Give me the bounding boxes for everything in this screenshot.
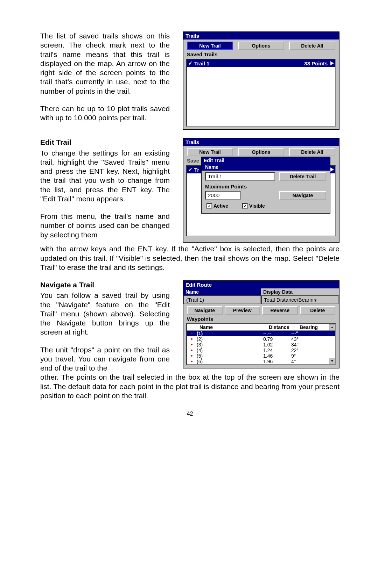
waypoint-row[interactable]: •(1)--.-----° bbox=[187, 331, 335, 336]
col-name: Name bbox=[198, 324, 267, 330]
route-preview-button[interactable]: Preview bbox=[225, 306, 260, 315]
trails-titlebar: Trails bbox=[183, 32, 339, 40]
waypoint-row[interactable]: •(5)1.469° bbox=[187, 353, 335, 359]
trails-screen: Trails New Trail Options Delete All Save… bbox=[183, 31, 340, 130]
active-arrow-icon-2 bbox=[330, 167, 334, 172]
h-edit-trail: Edit Trail bbox=[40, 138, 71, 146]
route-name-label: Name bbox=[183, 288, 261, 295]
para-4: From this menu, the trail's name and num… bbox=[40, 212, 170, 239]
para-1: The list of saved trails shows on this s… bbox=[40, 31, 170, 96]
waypoint-distance: 1.02 bbox=[263, 342, 291, 347]
delete-all-button[interactable]: Delete All bbox=[289, 42, 335, 50]
waypoint-name: (3) bbox=[197, 342, 263, 347]
waypoint-distance: 0.79 bbox=[263, 336, 291, 342]
route-reverse-button[interactable]: Reverse bbox=[262, 306, 298, 315]
navigate-button[interactable]: Navigate bbox=[279, 191, 326, 200]
edit-route-screen: Edit Route Name Display Data (Trail 1) T… bbox=[183, 280, 340, 368]
trail-row-prefix: Tr bbox=[194, 167, 199, 173]
waypoint-dot-icon: • bbox=[191, 336, 193, 342]
waypoint-distance: 1.46 bbox=[263, 353, 291, 359]
checkmark-icon-2: ✓ bbox=[188, 166, 193, 173]
waypoint-row[interactable]: •(6)1.964° bbox=[187, 359, 335, 364]
trail-name: Trail 1 bbox=[194, 60, 209, 66]
waypoint-bearing: 4° bbox=[291, 359, 312, 364]
waypoint-dot-icon: • bbox=[191, 353, 193, 359]
waypoint-distance: 1.24 bbox=[263, 347, 291, 353]
waypoint-bearing: ---° bbox=[291, 331, 312, 336]
trail-name-input[interactable]: Trail 1 bbox=[205, 172, 275, 181]
display-data-value[interactable]: Total Distance/Bearin▼ bbox=[261, 295, 339, 304]
para-3: To change the settings for an existing t… bbox=[40, 149, 170, 204]
scroll-down-icon[interactable]: ▾ bbox=[329, 358, 335, 364]
waypoint-name: (6) bbox=[197, 359, 263, 364]
saved-trails-list[interactable]: ✓ Trail 1 33 Points bbox=[186, 59, 336, 127]
waypoint-row[interactable]: •(3)1.0234° bbox=[187, 342, 335, 347]
page-number: 42 bbox=[40, 411, 340, 417]
waypoint-dot-icon: • bbox=[191, 347, 193, 353]
display-data-label: Display Data bbox=[261, 288, 339, 295]
checkbox-icon-2: ✓ bbox=[242, 203, 248, 209]
waypoint-row[interactable]: •(4)1.2422° bbox=[187, 347, 335, 353]
new-trail-button[interactable]: New Trail bbox=[187, 42, 233, 50]
options-button[interactable]: Options bbox=[238, 42, 284, 50]
edit-route-titlebar: Edit Route bbox=[183, 281, 339, 288]
active-checkbox[interactable]: ✓ Active bbox=[206, 203, 228, 209]
para-2: There can be up to 10 plot trails saved … bbox=[40, 104, 170, 123]
route-delete-button[interactable]: Delete bbox=[300, 306, 336, 315]
saved-trails-partial: Save bbox=[187, 158, 199, 164]
trails-titlebar-2: Trails bbox=[183, 138, 339, 146]
para-7: The unit "drops" a point on the trail as… bbox=[40, 345, 170, 373]
para-8: other. The points on the trail selected … bbox=[40, 373, 340, 400]
col-bear: Bearing bbox=[298, 324, 322, 330]
visible-label: Visible bbox=[249, 203, 265, 209]
waypoint-dot-icon: • bbox=[191, 342, 193, 347]
waypoint-name: (5) bbox=[197, 353, 263, 359]
delete-trail-button[interactable]: Delete Trail bbox=[279, 172, 326, 181]
active-label: Active bbox=[214, 203, 228, 209]
delete-all-button-2[interactable]: Delete All bbox=[289, 148, 335, 156]
checkbox-icon: ✓ bbox=[206, 203, 212, 209]
edit-trail-titlebar: Edit Trail bbox=[202, 157, 330, 164]
edit-trail-screen: Trails New Trail Options Delete All Save… bbox=[183, 138, 340, 243]
h-navigate-trail: Navigate a Trail bbox=[40, 281, 94, 289]
trail-row-selected[interactable]: ✓ Trail 1 33 Points bbox=[187, 59, 335, 67]
waypoint-bearing: 9° bbox=[291, 353, 312, 359]
options-button-2[interactable]: Options bbox=[238, 148, 284, 156]
edit-trail-dialog: Edit Trail Name Trail 1 Delete Trail Max… bbox=[201, 157, 330, 214]
active-arrow-icon bbox=[330, 61, 334, 65]
waypoint-bearing: 43° bbox=[291, 336, 312, 342]
trail-points: 33 Points bbox=[304, 60, 328, 66]
waypoint-dot-icon: • bbox=[191, 331, 193, 336]
route-navigate-button[interactable]: Navigate bbox=[187, 306, 223, 315]
saved-trails-label: Saved Trails bbox=[183, 51, 339, 58]
route-name-value[interactable]: (Trail 1) bbox=[183, 295, 261, 304]
waypoints-table[interactable]: Name Distance Bearing •(1)--.-----°•(2)0… bbox=[186, 323, 336, 365]
waypoint-name: (2) bbox=[197, 336, 263, 342]
scroll-up-icon[interactable]: ▴ bbox=[329, 324, 335, 330]
waypoints-label: Waypoints bbox=[183, 316, 339, 323]
name-label: Name bbox=[202, 164, 330, 171]
waypoint-row[interactable]: •(2)0.7943° bbox=[187, 336, 335, 342]
waypoint-name: (1) bbox=[197, 331, 263, 336]
max-points-label: Maximum Points bbox=[205, 182, 326, 189]
waypoint-distance: --.-- bbox=[263, 331, 291, 336]
para-6: You can follow a saved trail by using th… bbox=[40, 291, 170, 337]
new-trail-button-2[interactable]: New Trail bbox=[187, 148, 233, 156]
waypoint-bearing: 34° bbox=[291, 342, 312, 347]
max-points-input[interactable]: 2000 bbox=[205, 191, 241, 200]
col-dist: Distance bbox=[267, 324, 298, 330]
para-5: with the arrow keys and the ENT key. If … bbox=[40, 244, 340, 272]
visible-checkbox[interactable]: ✓ Visible bbox=[242, 203, 265, 209]
waypoint-bearing: 22° bbox=[291, 347, 312, 353]
waypoint-dot-icon: • bbox=[191, 359, 193, 364]
waypoint-distance: 1.96 bbox=[263, 359, 291, 364]
checkmark-icon: ✓ bbox=[188, 60, 193, 66]
waypoint-name: (4) bbox=[197, 347, 263, 353]
